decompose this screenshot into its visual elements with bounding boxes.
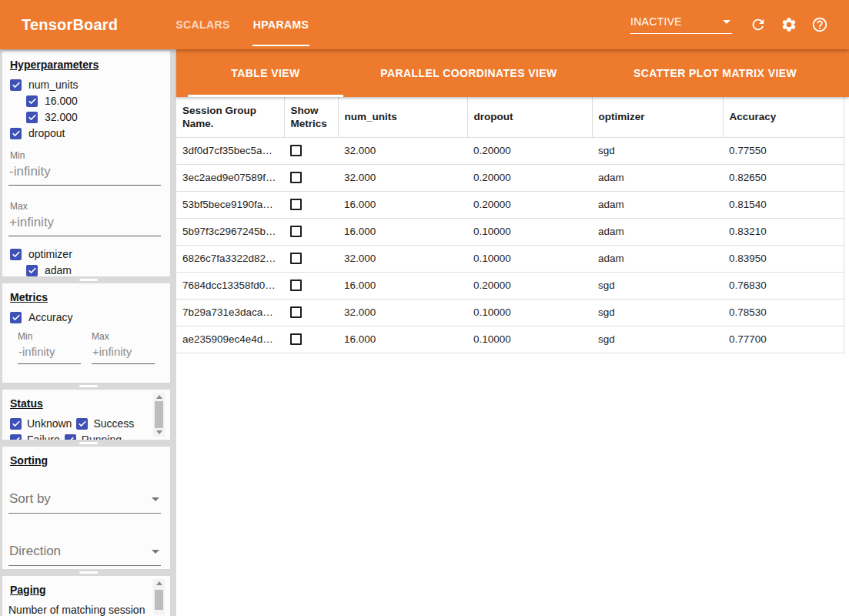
section-metrics: Metrics Accuracy Min -infinity Max +infi… [2, 283, 170, 383]
tab-scatter-plot-matrix-label: SCATTER PLOT MATRIX VIEW [633, 67, 797, 79]
running-checkbox[interactable] [65, 434, 76, 440]
status-options: Unknown Success Failure Running [8, 417, 155, 440]
adam-checkbox[interactable] [26, 265, 38, 276]
dropout-min-input[interactable]: -infinity [8, 162, 161, 186]
status-unknown: Unknown [8, 417, 72, 430]
accuracy-min-label: Min [18, 331, 81, 342]
accuracy-min-input[interactable]: -infinity [18, 343, 81, 364]
show-metrics-checkbox[interactable] [290, 199, 302, 210]
dropout-checkbox[interactable] [10, 128, 22, 139]
failure-label: Failure [27, 433, 60, 440]
settings-button[interactable] [774, 9, 804, 40]
tab-scalars[interactable]: SCALARS [164, 0, 241, 49]
sort-by-dropdown[interactable]: Sort by [8, 490, 161, 514]
num_units-cell: 16.000 [338, 218, 467, 245]
hparams-sidebar: Hyperparameters num_units 16.000 32.000 … [0, 49, 176, 616]
section-resize-handle[interactable] [0, 440, 176, 447]
check-icon [12, 129, 21, 138]
scroll-up-icon[interactable] [156, 395, 162, 399]
check-icon [65, 435, 75, 440]
app-body: Hyperparameters num_units 16.000 32.000 … [0, 49, 849, 616]
optimizer-cell: adam [592, 191, 723, 218]
show-metrics-checkbox[interactable] [290, 172, 302, 183]
table-row: 6826c7fa3322d82…32.0000.10000adam0.83950 [176, 245, 844, 272]
accuracy-cell: 0.77700 [723, 326, 844, 353]
num_units-cell: 32.000 [338, 245, 467, 272]
show-metrics-cell [284, 164, 338, 191]
dropout-max-label: Max [10, 201, 170, 212]
num_units-cell: 32.000 [338, 299, 467, 326]
section-resize-handle[interactable] [0, 276, 176, 283]
scroll-up-icon[interactable] [156, 581, 162, 585]
dropout-max-input[interactable]: +infinity [8, 213, 161, 236]
tab-table-view[interactable]: TABLE VIEW [188, 49, 343, 97]
dropout-cell: 0.20000 [467, 191, 592, 218]
check-icon [12, 249, 21, 259]
tab-scalars-label: SCALARS [175, 18, 229, 31]
show-metrics-cell [284, 191, 338, 218]
show-metrics-checkbox[interactable] [290, 145, 302, 156]
value-16-checkbox[interactable] [26, 95, 38, 107]
scrollbar-thumb[interactable] [155, 401, 163, 428]
num-units-checkbox[interactable] [10, 79, 22, 91]
refresh-button[interactable] [743, 9, 774, 40]
unknown-checkbox[interactable] [10, 418, 22, 430]
success-checkbox[interactable] [76, 418, 88, 430]
header-accuracy: Accuracy [723, 97, 844, 137]
accuracy-cell: 0.83950 [723, 245, 844, 272]
show-metrics-checkbox[interactable] [290, 226, 302, 237]
show-metrics-checkbox[interactable] [290, 306, 302, 318]
help-button[interactable] [804, 9, 835, 40]
show-metrics-cell [284, 326, 338, 353]
tab-parallel-coordinates-view[interactable]: PARALLEL COORDINATES VIEW [343, 49, 594, 97]
paging-scrollbar[interactable] [153, 579, 165, 614]
accuracy-max-input[interactable]: +infinity [92, 343, 155, 364]
accuracy-label: Accuracy [28, 310, 73, 324]
num_units-cell: 16.000 [338, 326, 467, 353]
drag-handle-icon [79, 442, 98, 444]
show-metrics-checkbox[interactable] [290, 333, 302, 345]
tab-hparams[interactable]: HPARAMS [242, 0, 321, 49]
scrollbar-thumb[interactable] [155, 590, 163, 610]
accuracy-cell: 0.77550 [723, 137, 844, 164]
accuracy-max-label: Max [92, 331, 155, 342]
hparam-num-units: num_units [8, 78, 170, 92]
failure-checkbox[interactable] [10, 434, 22, 440]
unknown-label: Unknown [27, 417, 72, 430]
scroll-down-icon[interactable] [156, 430, 162, 434]
hparam-value-adam: adam [25, 263, 170, 276]
show-metrics-checkbox[interactable] [290, 280, 302, 291]
adam-label: adam [45, 263, 72, 276]
dropout-cell: 0.10000 [467, 326, 592, 353]
chevron-down-icon [723, 20, 730, 24]
section-status: Status Unknown Success Failure Running [2, 390, 170, 440]
direction-dropdown[interactable]: Direction [8, 542, 161, 566]
accuracy-cell: 0.78530 [723, 299, 844, 326]
show-metrics-cell [284, 218, 338, 245]
optimizer-cell: adam [592, 245, 723, 272]
header-session-group-name: Session Group Name. [176, 97, 284, 137]
optimizer-cell: sgd [592, 299, 723, 326]
metric-accuracy: Accuracy [8, 310, 170, 324]
tab-scatter-plot-matrix-view[interactable]: SCATTER PLOT MATRIX VIEW [594, 49, 836, 97]
value-32-checkbox[interactable] [26, 112, 38, 123]
section-resize-handle[interactable] [0, 569, 176, 576]
optimizer-checkbox[interactable] [10, 249, 22, 260]
optimizer-cell: sgd [592, 272, 723, 299]
status-heading: Status [10, 397, 170, 410]
show-metrics-checkbox[interactable] [290, 253, 302, 264]
dropout-cell: 0.20000 [467, 164, 592, 191]
accuracy-cell: 0.82650 [723, 164, 844, 191]
session-group-name-cell: 3df0d7cf35bec5a… [176, 137, 284, 164]
hyperparameters-heading: Hyperparameters [10, 59, 170, 71]
refresh-icon [750, 16, 767, 33]
status-scrollbar[interactable] [153, 393, 165, 437]
show-metrics-cell [284, 272, 338, 299]
accuracy-checkbox[interactable] [10, 312, 22, 323]
check-icon [12, 313, 21, 322]
section-resize-handle[interactable] [0, 383, 176, 390]
check-icon [28, 266, 37, 275]
reload-status-select[interactable]: INACTIVE [630, 15, 732, 34]
check-icon [12, 80, 21, 89]
num_units-cell: 16.000 [338, 191, 467, 218]
